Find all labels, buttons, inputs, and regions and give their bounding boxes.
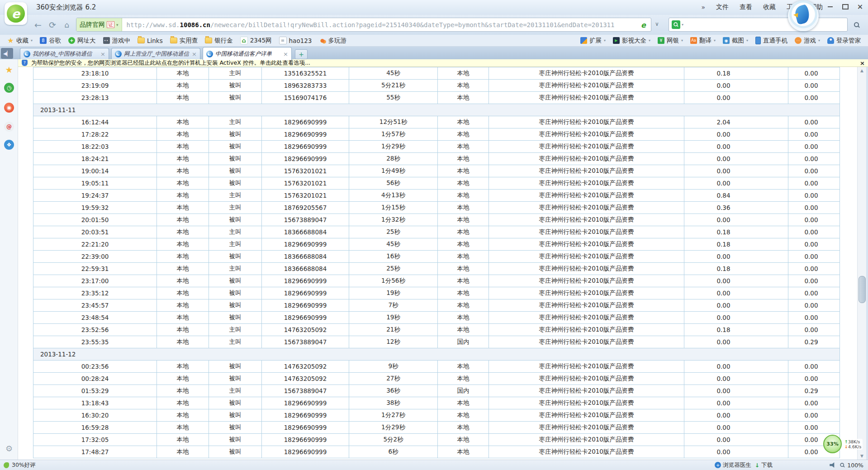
scroll-down-icon[interactable]: ▼ [858, 454, 866, 458]
bill-cell: 本地 [157, 92, 209, 104]
refresh-button[interactable]: ⟳ [46, 19, 59, 31]
bookmark-item[interactable]: 谷歌 [36, 37, 65, 45]
bookmark-item[interactable]: 游戏中 [100, 37, 134, 45]
weibo-icon[interactable]: ◉ [4, 103, 14, 113]
new-tab-button[interactable]: + [295, 49, 308, 59]
bookmark-item[interactable]: 2345网 [237, 37, 275, 45]
bill-cell: 主叫 [209, 324, 262, 336]
badge-dropdown-icon[interactable]: ▾ [116, 23, 119, 27]
bookmark-item[interactable]: 收藏▾ [4, 37, 36, 45]
tab-2[interactable]: 网上营业厅_中国移动通信× [111, 48, 200, 59]
speaker-icon[interactable] [830, 462, 836, 468]
url-text[interactable]: http://www.sd.10086.cn/newecare/billDeta… [127, 21, 639, 28]
dropdown-arrow-icon[interactable]: ▾ [681, 38, 683, 43]
home-button[interactable]: ⌂ [61, 19, 73, 31]
dropdown-arrow-icon[interactable]: ▾ [818, 38, 820, 43]
tab-1[interactable]: 我的移动_中国移动通信× [20, 48, 109, 59]
bookmark-item[interactable]: 直通手机 [752, 37, 791, 45]
dropdown-arrow-icon[interactable]: ▾ [746, 38, 748, 43]
zoom-control[interactable]: 100% [840, 462, 863, 469]
bill-cell: 36秒 [349, 385, 438, 397]
bill-cell: 本地 [438, 409, 489, 422]
search-go-icon[interactable] [854, 22, 860, 28]
dropdown-arrow-icon[interactable]: ▾ [604, 38, 606, 43]
menubar-item[interactable]: 收藏 [763, 3, 776, 11]
back-button[interactable]: ← [32, 19, 44, 31]
notification-text[interactable]: 为帮助保护您的安全，您的网页浏览器已经阻止此站点在您的计算机上安装 Active… [31, 59, 310, 67]
dropdown-arrow-icon[interactable]: ▾ [31, 38, 33, 43]
overflow-chevron-icon[interactable]: » [701, 4, 705, 11]
bill-cell: 0.00 [684, 287, 788, 299]
dropdown-arrow-icon[interactable]: ▾ [649, 38, 650, 43]
ext-icon [580, 37, 587, 44]
favorites-star-icon[interactable]: ★ [4, 65, 14, 75]
call-record-row: 00:28:24本地被叫1476320509227秒本地枣庄神州行轻松卡2010… [33, 373, 840, 385]
bookmark-item[interactable]: 截图▾ [719, 37, 752, 45]
bill-cell: 本地 [438, 422, 489, 434]
dropdown-arrow-icon[interactable]: ▾ [714, 38, 716, 43]
bill-cell: 16:30:20 [33, 409, 157, 422]
tab-close-icon[interactable]: × [192, 51, 197, 57]
tab-3[interactable]: 中国移动通信客户详单× [203, 47, 292, 60]
scrollbar-thumb[interactable] [859, 276, 866, 303]
folder-icon [138, 38, 145, 43]
thunder-bird-logo-icon[interactable] [788, 0, 819, 31]
bill-cell: 国内 [438, 336, 489, 348]
bookmark-item[interactable]: 翻译▾ [687, 37, 719, 45]
site-rating[interactable]: 30%好评 [4, 461, 36, 469]
bill-cell: 枣庄神州行轻松卡2010版产品资费 [489, 165, 684, 177]
bookmark-label: 多玩游 [328, 37, 346, 45]
minimize-button[interactable] [824, 2, 836, 11]
app-blue-icon[interactable]: ❖ [4, 140, 14, 150]
address-bar[interactable]: 品牌官网 证 ▾ http://www.sd.10086.cn/newecare… [76, 18, 651, 32]
bookmark-item[interactable]: 网银▾ [654, 37, 687, 45]
tab-close-icon[interactable]: × [283, 51, 288, 57]
url-history-dropdown-icon[interactable]: ∨ [655, 21, 659, 27]
bill-cell: 被叫 [209, 251, 262, 263]
bookmark-item[interactable]: 游戏▾ [791, 37, 824, 45]
close-window-button[interactable]: × [854, 2, 866, 11]
mail-at-icon[interactable]: @ [4, 122, 14, 132]
bill-cell: 枣庄神州行轻松卡2010版产品资费 [489, 287, 684, 299]
activex-notification-bar[interactable]: ? 为帮助保护您的安全，您的网页浏览器已经阻止此站点在您的计算机上安装 Acti… [18, 59, 868, 67]
rating-leaf-icon [4, 462, 9, 468]
settings-gear-icon[interactable]: ⚙ [4, 443, 14, 453]
bill-cell: 00:23:56 [33, 361, 157, 373]
call-detail-table: 23:18:10本地主叫1351632552145秒本地枣庄神州行轻松卡2010… [33, 67, 840, 458]
restore-button[interactable] [839, 2, 851, 11]
bill-cell: 本地 [438, 251, 489, 263]
memory-usage-ball[interactable]: 33% [823, 435, 842, 453]
tab-close-icon[interactable]: × [100, 51, 105, 57]
search-engine-icon[interactable] [672, 20, 680, 29]
tab-collapse-button[interactable]: ◀▏ [1, 48, 13, 59]
bookmark-item[interactable]: 登录管家 [824, 37, 864, 45]
bill-cell: 本地 [438, 373, 489, 385]
bill-cell: 被叫 [209, 214, 262, 226]
download-button[interactable]: ↓ 下载 [755, 461, 773, 469]
bill-cell: 0.18 [684, 226, 788, 238]
bill-cell: 0.00 [788, 275, 840, 287]
menubar-item[interactable]: 文件 [716, 3, 729, 11]
bookmark-item[interactable]: 实用查 [166, 37, 202, 45]
bookmark-item[interactable]: hao123 [275, 37, 316, 45]
scroll-up-icon[interactable]: ▲ [858, 68, 866, 73]
notification-close-icon[interactable]: × [860, 60, 865, 66]
browser-doctor-button[interactable]: + 浏览器医生 [715, 461, 751, 469]
search-input[interactable]: ▾ [669, 18, 848, 32]
history-clock-icon[interactable]: ◷ [4, 83, 14, 93]
site-identity-badge[interactable]: 品牌官网 证 ▾ [76, 18, 122, 31]
bookmark-item[interactable]: 多玩游 [315, 37, 350, 45]
bill-cell: 0.00 [684, 275, 788, 287]
speed-monitor-widget[interactable]: 33% 38K/s 4.6K/s [823, 435, 863, 453]
browser-logo-icon[interactable]: e [5, 2, 27, 25]
bookmark-item[interactable]: 网址大 [65, 37, 100, 45]
bookmark-item[interactable]: Links [134, 37, 166, 45]
vertical-scrollbar[interactable]: ▲ ▼ [857, 67, 866, 460]
bookmark-item[interactable]: 扩展▾ [577, 37, 609, 45]
bookmark-item[interactable]: 影视大全▾ [609, 37, 654, 45]
search-engine-dropdown-icon[interactable]: ▾ [682, 23, 683, 27]
bill-cell: 被叫 [209, 275, 262, 287]
bookmark-item[interactable]: 银行金 [201, 37, 237, 45]
bill-cell: 本地 [438, 238, 489, 251]
menubar-item[interactable]: 查看 [740, 3, 752, 11]
